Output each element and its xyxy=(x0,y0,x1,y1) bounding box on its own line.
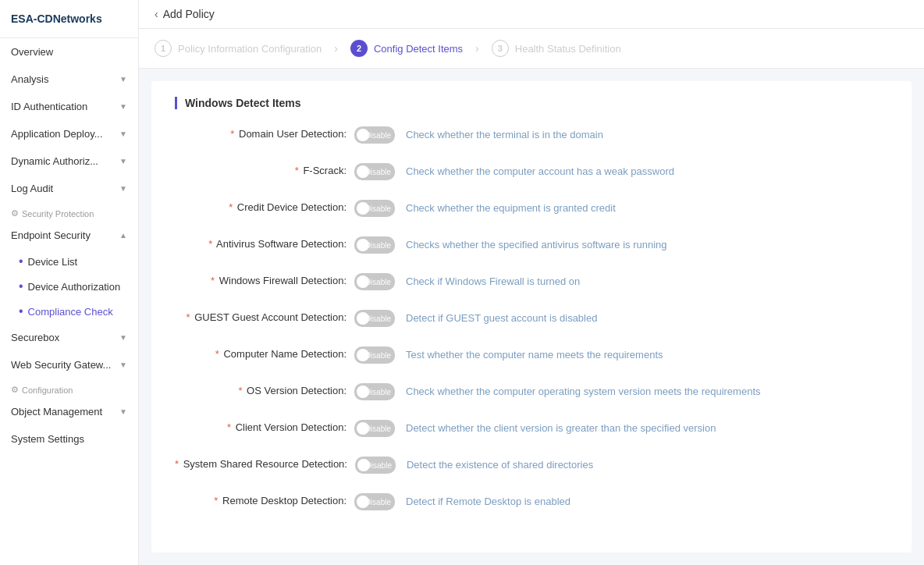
wizard-step-1[interactable]: 1 Policy Information Configuration xyxy=(155,40,322,57)
detect-desc: Detect the existence of shared directori… xyxy=(407,455,888,473)
required-star: * xyxy=(208,238,212,250)
toggle-switch[interactable]: Disable xyxy=(354,420,395,437)
detect-label: * System Shared Resource Detection: xyxy=(175,455,355,470)
sidebar-item-web-security-gatew[interactable]: Web Security Gatew... ▼ xyxy=(0,351,138,378)
chevron-down-icon: ▼ xyxy=(119,130,127,138)
toggle-container[interactable]: Disable xyxy=(354,308,395,329)
detect-label-text: Domain User Detection: xyxy=(239,128,346,140)
sidebar-item-compliance-check[interactable]: • Compliance Check xyxy=(0,299,138,324)
sidebar-item-label: Analysis xyxy=(11,73,48,85)
toggle-container[interactable]: Disable xyxy=(355,455,396,476)
toggle-switch[interactable]: Disable xyxy=(354,126,395,144)
detect-desc: Check whether the terminal is in the dom… xyxy=(406,125,888,143)
chevron-down-icon: ▼ xyxy=(119,184,127,193)
toggle-switch[interactable]: Disable xyxy=(354,163,395,180)
toggle-container[interactable]: Disable xyxy=(354,382,395,403)
sidebar-item-device-list[interactable]: • Device List xyxy=(0,249,138,274)
sidebar-item-label: ID Authentication xyxy=(11,101,87,112)
section-title: Windows Detect Items xyxy=(175,97,888,109)
detect-label: * OS Version Detection: xyxy=(175,382,354,396)
toggle-container[interactable]: Disable xyxy=(354,418,395,439)
toggle-text: Disable xyxy=(365,498,391,506)
sidebar-item-system-settings[interactable]: System Settings xyxy=(0,425,138,453)
detect-item: * Antivirus Software Detection: Disable … xyxy=(175,235,888,256)
detect-label: * Client Version Detection: xyxy=(175,418,354,433)
sidebar-item-object-management[interactable]: Object Management ▼ xyxy=(0,398,138,425)
detect-desc: Check if Windows Firewall is turned on xyxy=(406,272,888,290)
sidebar-item-log-audit[interactable]: Log Audit ▼ xyxy=(0,175,138,202)
toggle-container[interactable]: Disable xyxy=(354,235,395,256)
detect-item: * System Shared Resource Detection: Disa… xyxy=(175,455,888,476)
toggle-text: Disable xyxy=(365,425,391,433)
step-separator-2: › xyxy=(475,42,479,55)
detect-label: * Antivirus Software Detection: xyxy=(175,235,354,250)
chevron-down-icon: ▼ xyxy=(119,361,127,369)
detect-label-text: OS Version Detection: xyxy=(247,385,346,396)
toggle-switch[interactable]: Disable xyxy=(354,346,395,364)
detect-desc: Test whether the computer name meets the… xyxy=(406,345,888,363)
sidebar-item-label: Device Authorization xyxy=(28,281,121,293)
required-star: * xyxy=(214,495,218,506)
sidebar-item-device-authorization[interactable]: • Device Authorization xyxy=(0,274,138,299)
toggle-switch[interactable]: Disable xyxy=(354,310,395,327)
toggle-container[interactable]: Disable xyxy=(354,272,395,293)
detect-desc: Check whether the equipment is granted c… xyxy=(406,198,888,216)
toggle-container[interactable]: Disable xyxy=(354,345,395,366)
detect-item: * GUEST Guest Account Detection: Disable… xyxy=(175,308,888,329)
wizard-step-2[interactable]: 2 Config Detect Items xyxy=(350,40,463,57)
detect-label-text: F-Scrack: xyxy=(303,165,346,176)
chevron-down-icon: ▲ xyxy=(119,231,127,240)
sidebar-item-endpoint-security[interactable]: Endpoint Security ▲ xyxy=(0,222,138,249)
step-circle-1: 1 xyxy=(155,40,172,57)
detect-desc: Detect whether the client version is gre… xyxy=(406,418,888,436)
sidebar-item-id-authentication[interactable]: ID Authentication ▼ xyxy=(0,93,138,120)
detect-label-text: Windows Firewall Detection: xyxy=(219,275,346,286)
required-star: * xyxy=(175,458,179,470)
required-star: * xyxy=(211,275,215,286)
step-separator-1: › xyxy=(334,42,338,55)
back-arrow-icon[interactable]: ‹ xyxy=(155,8,158,20)
sidebar-item-application-deploy[interactable]: Application Deploy... ▼ xyxy=(0,120,138,147)
detect-label: * Credit Device Detection: xyxy=(175,198,354,213)
chevron-down-icon: ▼ xyxy=(119,157,127,165)
topbar: ‹ Add Policy xyxy=(139,0,924,29)
sidebar-item-label: Device List xyxy=(28,256,78,268)
chevron-down-icon: ▼ xyxy=(119,75,127,84)
toggle-text: Disable xyxy=(365,278,391,286)
toggle-container[interactable]: Disable xyxy=(354,162,395,183)
toggle-container[interactable]: Disable xyxy=(354,492,395,513)
detect-item: * Windows Firewall Detection: Disable Ch… xyxy=(175,272,888,293)
detect-label-text: GUEST Guest Account Detection: xyxy=(194,311,346,323)
sidebar-item-analysis[interactable]: Analysis ▼ xyxy=(0,66,138,93)
required-star: * xyxy=(215,348,219,360)
step-circle-3: 3 xyxy=(492,40,509,57)
dot-icon: • xyxy=(19,280,23,293)
toggle-switch[interactable]: Disable xyxy=(355,457,396,474)
wizard-steps: 1 Policy Information Configuration › 2 C… xyxy=(139,29,924,69)
detect-desc: Check whether the computer account has a… xyxy=(406,162,888,179)
step-label-2: Config Detect Items xyxy=(374,43,463,55)
toggle-switch[interactable]: Disable xyxy=(354,383,395,400)
sidebar-item-overview[interactable]: Overview xyxy=(0,38,138,66)
sidebar-item-securebox[interactable]: Securebox ▼ xyxy=(0,324,138,351)
required-star: * xyxy=(227,421,231,433)
wizard-step-3[interactable]: 3 Health Status Definition xyxy=(492,40,621,57)
chevron-down-icon: ▼ xyxy=(119,333,127,342)
detect-items-container: * Domain User Detection: Disable Check w… xyxy=(175,125,888,513)
detect-label: * F-Scrack: xyxy=(175,162,354,176)
section-label-config: ⚙ Configuration xyxy=(0,378,138,398)
dot-icon: • xyxy=(19,255,23,268)
toggle-switch[interactable]: Disable xyxy=(354,273,395,290)
toggle-switch[interactable]: Disable xyxy=(354,236,395,254)
detect-item: * Credit Device Detection: Disable Check… xyxy=(175,198,888,219)
detect-label: * GUEST Guest Account Detection: xyxy=(175,308,354,323)
toggle-text: Disable xyxy=(365,351,391,360)
toggle-switch[interactable]: Disable xyxy=(354,493,395,510)
sidebar-item-dynamic-authoriz[interactable]: Dynamic Authoriz... ▼ xyxy=(0,147,138,175)
detect-label-text: Client Version Detection: xyxy=(236,421,346,433)
toggle-switch[interactable]: Disable xyxy=(354,200,395,217)
toggle-container[interactable]: Disable xyxy=(354,125,395,146)
sidebar-item-label: Application Deploy... xyxy=(11,128,103,140)
detect-desc: Detect if GUEST guest account is disable… xyxy=(406,308,888,326)
toggle-container[interactable]: Disable xyxy=(354,198,395,219)
